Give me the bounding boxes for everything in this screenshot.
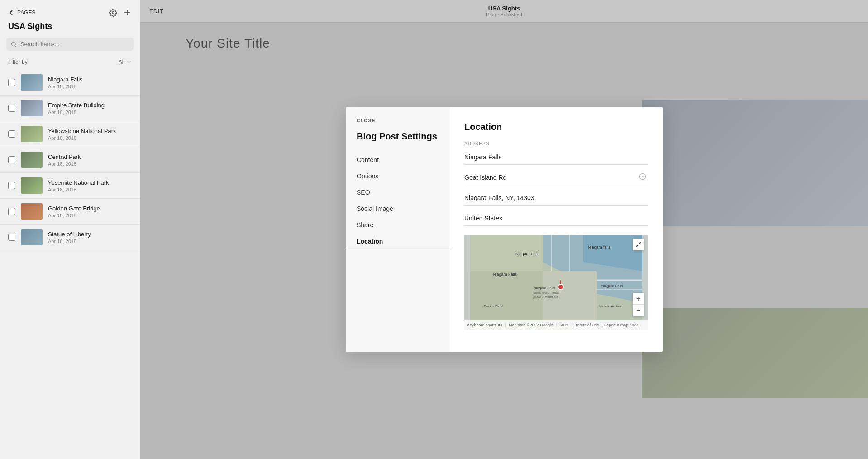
item-date: Apr 18, 2018 [48, 213, 132, 218]
modal-left: CLOSE Blog Post Settings Content Options… [346, 107, 450, 352]
address-field3[interactable] [464, 191, 648, 206]
item-info: Yellowstone National Park Apr 18, 2018 [48, 128, 132, 141]
search-bar [6, 38, 134, 51]
list-item[interactable]: Central Park Apr 18, 2018 [0, 147, 140, 173]
list-item[interactable]: Niagara Falls Apr 18, 2018 [0, 70, 140, 96]
items-list: Niagara Falls Apr 18, 2018 Empire State … [0, 70, 140, 459]
search-input[interactable] [20, 41, 129, 48]
item-thumbnail [21, 74, 43, 91]
sidebar-title: USA Sights [0, 22, 140, 38]
item-name: Yellowstone National Park [48, 128, 132, 134]
list-item[interactable]: Golden Gate Bridge Apr 18, 2018 [0, 199, 140, 225]
modal-nav-share[interactable]: Share [346, 217, 450, 233]
plus-icon [123, 8, 132, 17]
terms-of-use[interactable]: Terms of Use [575, 323, 599, 327]
item-checkbox[interactable] [8, 130, 15, 138]
item-checkbox[interactable] [8, 182, 15, 189]
filter-dropdown[interactable]: All [119, 59, 132, 65]
item-name: Niagara Falls [48, 76, 132, 83]
add-button[interactable] [123, 8, 132, 17]
map-svg: Niagara Falls Niagara falls Niagara Fall… [464, 235, 648, 330]
modal-heading: Blog Post Settings [346, 131, 450, 152]
item-info: Statue of Liberty Apr 18, 2018 [48, 231, 132, 244]
item-name: Central Park [48, 153, 132, 160]
item-name: Statue of Liberty [48, 231, 132, 238]
settings-button[interactable] [109, 8, 117, 17]
item-info: Golden Gate Bridge Apr 18, 2018 [48, 205, 132, 218]
address-label: ADDRESS [464, 141, 648, 146]
address-field4[interactable] [464, 211, 648, 226]
chevron-left-icon [8, 10, 14, 16]
item-checkbox[interactable] [8, 208, 15, 215]
map-data: Map data ©2022 Google [509, 323, 553, 327]
item-info: Niagara Falls Apr 18, 2018 [48, 76, 132, 89]
map-footer: Keyboard shortcuts | Map data ©2022 Goog… [464, 320, 648, 330]
sidebar-action-icons [109, 8, 132, 17]
item-date: Apr 18, 2018 [48, 187, 132, 192]
svg-text:Power Plant: Power Plant [484, 304, 504, 308]
item-info: Yosemite National Park Apr 18, 2018 [48, 179, 132, 192]
item-thumbnail [21, 203, 43, 220]
chevron-down-icon [126, 59, 132, 65]
svg-text:Niagara falls: Niagara falls [588, 245, 611, 249]
svg-text:group of waterfalls: group of waterfalls [533, 295, 559, 299]
item-date: Apr 18, 2018 [48, 110, 132, 115]
item-thumbnail [21, 177, 43, 194]
keyboard-shortcuts: Keyboard shortcuts [467, 323, 502, 327]
list-item[interactable]: Yellowstone National Park Apr 18, 2018 [0, 121, 140, 147]
item-name: Yosemite National Park [48, 179, 132, 186]
item-checkbox[interactable] [8, 156, 15, 163]
report-map-error[interactable]: Report a map error [604, 323, 638, 327]
filter-label: Filter by [8, 59, 28, 65]
overlay: CLOSE Blog Post Settings Content Options… [140, 0, 868, 459]
modal: CLOSE Blog Post Settings Content Options… [346, 107, 663, 352]
gear-icon [109, 9, 117, 17]
modal-nav-seo[interactable]: SEO [346, 184, 450, 201]
item-checkbox[interactable] [8, 234, 15, 241]
map-scale: 50 m [559, 323, 568, 327]
main-content: EDIT USA Sights Blog · Published Your Si… [140, 0, 868, 459]
svg-line-19 [639, 242, 641, 244]
item-date: Apr 18, 2018 [48, 84, 132, 89]
field-clear-button[interactable] [637, 171, 648, 184]
modal-nav-content[interactable]: Content [346, 152, 450, 168]
filter-row: Filter by All [0, 57, 140, 70]
pages-link[interactable]: PAGES [8, 10, 35, 16]
list-item[interactable]: Empire State Building Apr 18, 2018 [0, 96, 140, 121]
address-field2[interactable] [464, 170, 637, 185]
modal-nav-social-image[interactable]: Social Image [346, 201, 450, 217]
address-field1[interactable] [464, 150, 648, 165]
item-checkbox[interactable] [8, 79, 15, 86]
svg-line-4 [15, 45, 16, 46]
item-thumbnail [21, 100, 43, 116]
svg-text:Iconic monumental: Iconic monumental [533, 291, 559, 294]
svg-line-20 [636, 245, 638, 247]
item-checkbox[interactable] [8, 105, 15, 112]
map-zoom-in-button[interactable]: + [633, 293, 644, 305]
item-thumbnail [21, 126, 43, 142]
modal-nav-options[interactable]: Options [346, 168, 450, 184]
pages-label: PAGES [17, 10, 35, 16]
map-zoom-controls: + − [633, 293, 644, 316]
modal-section-title: Location [464, 122, 648, 132]
list-item[interactable]: Yosemite National Park Apr 18, 2018 [0, 173, 140, 199]
modal-nav-location[interactable]: Location [346, 233, 450, 249]
address-field2-row [464, 170, 648, 185]
sidebar-header: PAGES [0, 0, 140, 22]
svg-text:Niagara Falls: Niagara Falls [493, 272, 517, 277]
sidebar: PAGES USA Sights Filter by All Niagara [0, 0, 140, 459]
svg-text:Niagara Falls: Niagara Falls [515, 252, 540, 256]
item-info: Central Park Apr 18, 2018 [48, 153, 132, 167]
map-expand-button[interactable] [633, 239, 644, 250]
item-thumbnail [21, 229, 43, 245]
map-zoom-out-button[interactable]: − [633, 305, 644, 316]
item-name: Golden Gate Bridge [48, 205, 132, 212]
list-item[interactable]: Statue of Liberty Apr 18, 2018 [0, 225, 140, 250]
filter-value: All [119, 59, 124, 65]
modal-right: Location ADDRESS [450, 107, 663, 352]
svg-text:Ice cream bar: Ice cream bar [599, 304, 621, 308]
svg-text:Niagara Falls: Niagara Falls [534, 286, 555, 290]
modal-close-button[interactable]: CLOSE [346, 118, 450, 131]
item-info: Empire State Building Apr 18, 2018 [48, 102, 132, 115]
map-container: Niagara Falls Niagara falls Niagara Fall… [464, 235, 648, 330]
